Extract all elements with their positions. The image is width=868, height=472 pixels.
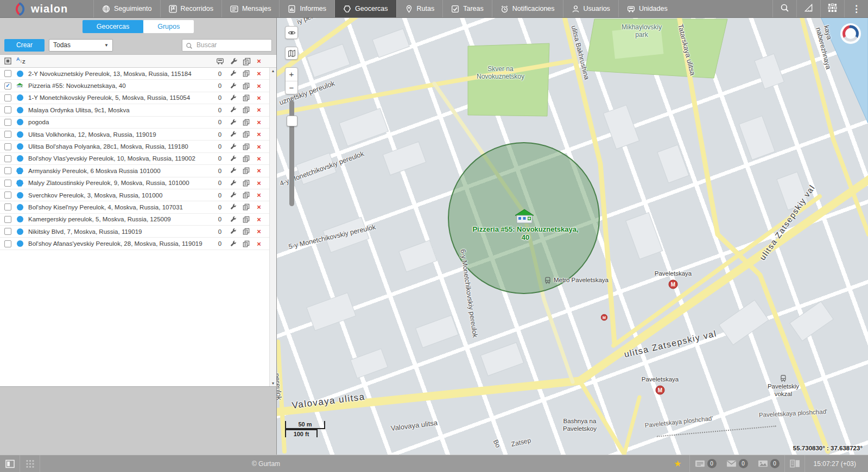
geofence-row[interactable]: Armyanskiy Pereulok, 6 Moskva Russia 101… bbox=[0, 165, 276, 177]
nav-item-rutas[interactable]: Rutas bbox=[396, 0, 443, 17]
row-checkbox[interactable] bbox=[4, 228, 11, 235]
copy-geofence-button[interactable] bbox=[239, 180, 252, 187]
copy-geofence-button[interactable] bbox=[239, 167, 252, 174]
geofence-row[interactable]: Malaya Ordynka Ulitsa, 9c1, Moskva 0 × bbox=[0, 104, 276, 116]
row-checkbox[interactable] bbox=[4, 106, 11, 113]
copy-geofence-button[interactable] bbox=[239, 94, 252, 101]
nav-item-unidades[interactable]: Unidades bbox=[618, 0, 676, 17]
copy-geofence-button[interactable] bbox=[239, 203, 252, 211]
geofence-row[interactable]: pogoda 0 × bbox=[0, 117, 276, 129]
toggle-panel-button[interactable] bbox=[0, 455, 20, 472]
report-templates-button[interactable] bbox=[785, 460, 804, 468]
row-checkbox[interactable] bbox=[4, 155, 11, 162]
apps-button[interactable] bbox=[820, 0, 844, 17]
delete-geofence-button[interactable]: × bbox=[252, 192, 265, 199]
geofence-row[interactable]: Nikitsky Blvd, 7, Moskva, Russia, 119019… bbox=[0, 226, 276, 238]
edit-geofence-button[interactable] bbox=[226, 131, 239, 138]
copy-geofence-button[interactable] bbox=[239, 131, 252, 138]
zoom-slider-handle[interactable] bbox=[287, 116, 297, 126]
delete-geofence-button[interactable]: × bbox=[252, 131, 265, 138]
counter-messages-counter-icon[interactable]: 0 bbox=[690, 459, 721, 468]
copy-geofence-button[interactable] bbox=[239, 216, 252, 223]
geofence-row[interactable]: Ulitsa Volkhonka, 12, Moskva, Russia, 11… bbox=[0, 129, 276, 141]
delete-geofence-button[interactable]: × bbox=[252, 155, 265, 162]
delete-geofence-button[interactable]: × bbox=[252, 216, 265, 223]
geofence-row[interactable]: Bol'shoy Afanas'yevskiy Pereulok, 28, Mo… bbox=[0, 238, 276, 250]
nav-item-usuarios[interactable]: Usuarios bbox=[563, 0, 618, 17]
edit-geofence-button[interactable] bbox=[226, 240, 239, 247]
tab-geocercas[interactable]: Geocercas bbox=[83, 20, 143, 33]
scroll-up-arrow-icon[interactable]: ▲ bbox=[270, 69, 276, 73]
geofence-row[interactable]: 1-Y Monetchikovskiy Pereulok, 5, Moskva,… bbox=[0, 92, 276, 104]
edit-geofence-button[interactable] bbox=[226, 119, 239, 126]
edit-geofence-button[interactable] bbox=[226, 167, 239, 174]
delete-geofence-button[interactable]: × bbox=[252, 70, 265, 77]
delete-geofence-button[interactable]: × bbox=[252, 94, 265, 101]
geofence-row[interactable]: Ulitsa Bol'shaya Polyanka, 28c1, Moskva,… bbox=[0, 141, 276, 152]
copy-geofence-button[interactable] bbox=[239, 119, 252, 126]
edit-geofence-button[interactable] bbox=[226, 70, 239, 77]
copy-geofence-button[interactable] bbox=[239, 82, 252, 90]
row-checkbox[interactable] bbox=[4, 131, 11, 138]
list-scrollbar[interactable]: ▲ ▼ bbox=[269, 68, 276, 386]
more-menu-button[interactable]: ⋮ bbox=[844, 0, 868, 17]
nav-item-recorridos[interactable]: Recorridos bbox=[160, 0, 221, 17]
nav-item-seguimiento[interactable]: Seguimiento bbox=[93, 0, 160, 17]
delete-geofence-button[interactable]: × bbox=[252, 228, 265, 235]
search-input[interactable] bbox=[195, 41, 268, 49]
row-checkbox[interactable] bbox=[4, 192, 11, 199]
edit-geofence-button[interactable] bbox=[226, 192, 239, 199]
delete-column-button[interactable]: × bbox=[252, 57, 265, 65]
bottom-apps-button[interactable] bbox=[20, 455, 40, 472]
row-checkbox[interactable] bbox=[4, 143, 11, 150]
nav-item-tareas[interactable]: Tareas bbox=[442, 0, 492, 17]
edit-geofence-button[interactable] bbox=[226, 82, 239, 90]
global-search-button[interactable] bbox=[772, 0, 796, 17]
edit-geofence-button[interactable] bbox=[226, 228, 239, 235]
counter-photos-counter-icon[interactable]: 0 bbox=[753, 459, 784, 468]
map-visibility-button[interactable] bbox=[285, 26, 298, 39]
copy-geofence-button[interactable] bbox=[239, 106, 252, 113]
edit-column-button[interactable] bbox=[226, 58, 239, 65]
geofence-row[interactable]: Bol'shoy Kisel'nyy Pereulok, 4, Moskva, … bbox=[0, 201, 276, 213]
delete-geofence-button[interactable]: × bbox=[252, 119, 265, 126]
copy-geofence-button[interactable] bbox=[239, 70, 252, 77]
filter-select[interactable]: Todas ▼ bbox=[49, 39, 113, 52]
row-checkbox[interactable] bbox=[4, 240, 11, 247]
row-checkbox[interactable] bbox=[4, 167, 11, 174]
geofence-row[interactable]: Malyy Zlatoustinskiy Pereulok, 9, Moskva… bbox=[0, 177, 276, 189]
copy-geofence-button[interactable] bbox=[239, 155, 252, 162]
edit-geofence-button[interactable] bbox=[226, 180, 239, 187]
copy-geofence-button[interactable] bbox=[239, 240, 252, 247]
geofence-row[interactable]: Bol'shoy Vlas'yevskiy Pereulok, 10, Mosk… bbox=[0, 153, 276, 165]
zoom-out-button[interactable]: − bbox=[286, 81, 297, 94]
select-all-checkbox[interactable] bbox=[4, 58, 11, 65]
scroll-down-arrow-icon[interactable]: ▼ bbox=[270, 381, 276, 385]
delete-geofence-button[interactable]: × bbox=[252, 82, 265, 90]
copy-geofence-button[interactable] bbox=[239, 228, 252, 235]
copy-geofence-button[interactable] bbox=[239, 192, 252, 199]
delete-geofence-button[interactable]: × bbox=[252, 203, 265, 211]
edit-geofence-button[interactable] bbox=[226, 94, 239, 101]
nav-item-geocercas[interactable]: Geocercas bbox=[334, 0, 396, 17]
geofence-row[interactable]: ✓ Pizzeria #55: Novokuznetskaya, 40 0 × bbox=[0, 80, 276, 92]
map-layers-button[interactable] bbox=[285, 47, 298, 60]
edit-geofence-button[interactable] bbox=[226, 216, 239, 223]
map-canvas[interactable]: Pizzeria #55: Novokuznetskaya, 40 iy per… bbox=[277, 17, 868, 455]
row-checkbox[interactable]: ✓ bbox=[4, 82, 11, 90]
row-checkbox[interactable] bbox=[4, 94, 11, 101]
delete-geofence-button[interactable]: × bbox=[252, 143, 265, 150]
counter-mail-counter-icon[interactable]: 0 bbox=[721, 459, 753, 468]
zoom-in-button[interactable]: + bbox=[286, 68, 297, 81]
row-checkbox[interactable] bbox=[4, 203, 11, 211]
delete-geofence-button[interactable]: × bbox=[252, 167, 265, 174]
sort-az-button[interactable]: A↓Z bbox=[16, 57, 26, 65]
geofence-row[interactable]: 2-Y Novokuznetskiy Pereulok, 13, Moskva,… bbox=[0, 68, 276, 80]
delete-geofence-button[interactable]: × bbox=[252, 106, 265, 113]
tab-grupos[interactable]: Grupos bbox=[143, 20, 194, 33]
nav-item-informes[interactable]: Informes bbox=[279, 0, 334, 17]
row-checkbox[interactable] bbox=[4, 180, 11, 187]
favorites-star-icon[interactable]: ★ bbox=[666, 458, 689, 469]
edit-geofence-button[interactable] bbox=[226, 203, 239, 211]
geofence-row[interactable]: Kamergerskiy pereulok, 5, Moskva, Russia… bbox=[0, 214, 276, 226]
